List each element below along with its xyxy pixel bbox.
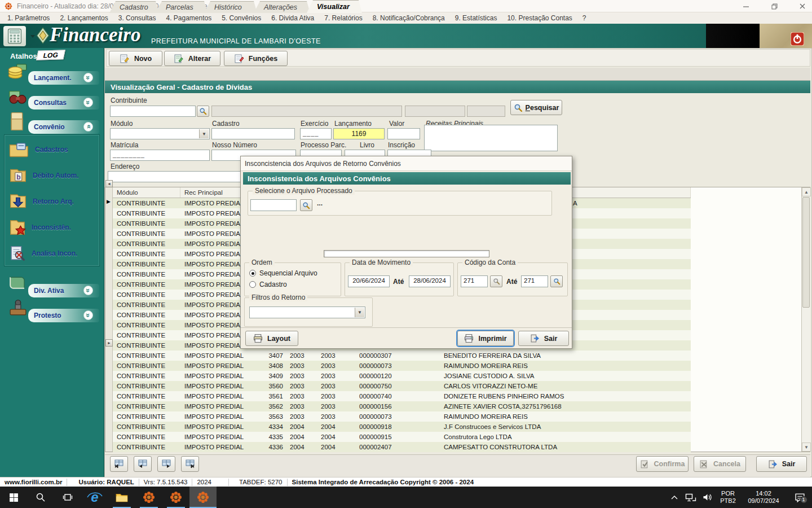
return-filter-select[interactable]: ▼ (249, 306, 365, 318)
file-explorer-icon[interactable] (108, 487, 135, 508)
account-from-search-icon[interactable] (490, 275, 502, 287)
start-button[interactable] (0, 487, 27, 508)
new-button[interactable]: Novo (109, 51, 162, 66)
sidebar-item-retorno-arq[interactable]: Retorno Arq. (9, 190, 95, 213)
task-view-icon[interactable] (54, 487, 81, 508)
search-button[interactable]: Pesquisar (510, 100, 562, 115)
tab-historico[interactable]: Histórico (204, 1, 257, 13)
cancel-button[interactable]: Cancela (694, 456, 746, 472)
previous-record-button[interactable] (134, 456, 152, 472)
account-from-input[interactable]: 271 (461, 275, 488, 287)
table-row[interactable]: CONTRIBUINTEIMPOSTO PREDIAL4334200420040… (113, 422, 691, 432)
app-icon-fiorilli-2[interactable] (162, 487, 189, 508)
tab-alteracoes[interactable]: Alterações (254, 1, 310, 13)
scroll-down-icon[interactable]: ▼ (802, 443, 811, 452)
chevron-double-up-icon[interactable]: » (83, 122, 93, 132)
scroll-up-icon[interactable]: ▲ (802, 187, 811, 196)
table-row[interactable]: CONTRIBUINTEIMPOSTO PREDIAL3560200320030… (113, 381, 691, 391)
restore-button[interactable] (765, 1, 784, 12)
menu-item[interactable]: ? (577, 14, 592, 22)
table-row[interactable]: CONTRIBUINTEIMPOSTO PREDIAL4335200420040… (113, 432, 691, 442)
chevron-double-down-icon[interactable]: » (83, 310, 93, 320)
menu-item[interactable]: 3. Consultas (113, 14, 161, 22)
exercise-input[interactable]: ____ (300, 128, 332, 139)
power-button[interactable] (791, 32, 804, 46)
radio-sequencial-arquivo[interactable]: Sequencial Arquivo (249, 269, 317, 277)
date-from-input[interactable]: 20/66/2024 (348, 275, 390, 287)
date-to-input[interactable]: 28/06/2024 (409, 275, 451, 287)
action-center-icon[interactable]: 1 (787, 487, 812, 508)
value-input[interactable] (387, 128, 420, 139)
app-icon-fiorilli-active[interactable] (189, 487, 217, 508)
column-header[interactable]: Módulo (113, 187, 180, 198)
table-row[interactable]: CONTRIBUINTEIMPOSTO PREDIAL4336200420040… (113, 442, 691, 452)
chevron-double-down-icon[interactable]: » (83, 98, 93, 107)
tab-visualizar[interactable]: Visualizar (307, 0, 362, 13)
sidebar-item-inconsistencias[interactable]: Inconsistên. (9, 216, 95, 239)
table-row[interactable]: CONTRIBUINTEIMPOSTO PREDIAL3409200320030… (113, 371, 691, 381)
processed-file-input[interactable] (250, 199, 297, 211)
dropdown-arrow-icon[interactable]: ▼ (199, 129, 209, 138)
chevron-double-down-icon[interactable]: » (83, 286, 93, 295)
page-left-icon[interactable]: ◄ (105, 180, 113, 187)
chevron-double-down-icon[interactable]: » (83, 73, 93, 82)
network-icon[interactable] (682, 487, 699, 508)
language-indicator[interactable]: POR PTB2 (716, 487, 740, 508)
module-select[interactable]: ▼ (110, 128, 210, 139)
sidebar-item-cadastros[interactable]: Cadastros (9, 138, 95, 161)
confirm-button[interactable]: Confirma (636, 456, 689, 472)
last-record-button[interactable] (181, 456, 199, 472)
tray-chevron-icon[interactable] (667, 487, 682, 508)
tab-cadastro[interactable]: Cadastro (109, 1, 159, 13)
dialog-exit-button[interactable]: Sair (518, 331, 569, 346)
menu-item[interactable]: 6. Divida Ativa (266, 14, 319, 22)
contributor-code-input[interactable] (110, 106, 196, 117)
taskbar-search-icon[interactable] (27, 487, 54, 508)
dropdown-arrow-icon[interactable]: ▼ (355, 308, 364, 317)
tab-parcelas[interactable]: Parcelas (156, 1, 208, 13)
print-button[interactable]: Imprimir (457, 331, 514, 346)
launch-input[interactable]: 1169 (333, 128, 385, 139)
next-record-button[interactable] (157, 456, 175, 472)
contributor-search-icon[interactable] (197, 106, 209, 117)
exit-button[interactable]: Sair (756, 456, 807, 472)
radio-cadastro[interactable]: Cadastro (249, 281, 287, 288)
menu-item[interactable]: 5. Convênios (217, 14, 266, 22)
file-search-icon[interactable] (300, 199, 312, 211)
dialog-titlebar[interactable]: Insconcistencia dos Arquivos de Retorno … (241, 156, 572, 171)
menu-item[interactable]: 4. Pagamentos (161, 14, 217, 22)
account-to-input[interactable]: 271 (521, 275, 548, 287)
menu-item[interactable]: 8. Notificação/Cobrança (368, 14, 450, 22)
minimize-button[interactable] (736, 1, 756, 12)
menu-item[interactable]: 7. Relatórios (319, 14, 367, 22)
menu-item[interactable]: 1. Parâmetros (2, 14, 55, 22)
sidebar-item-analisa-incon[interactable]: Analisa Incon. (9, 242, 95, 265)
header-menu-arrow-icon[interactable] (30, 35, 35, 38)
grid-left-scrollbar[interactable] (105, 187, 113, 452)
close-button[interactable] (793, 1, 812, 12)
log-tab[interactable]: LOG (36, 50, 65, 60)
table-row[interactable]: CONTRIBUINTEIMPOSTO PREDIAL3562200320030… (113, 401, 691, 411)
menu-item[interactable]: 2. Lançamentos (55, 14, 113, 22)
table-row[interactable]: CONTRIBUINTEIMPOSTO PREDIAL3563200320030… (113, 411, 691, 422)
internet-explorer-icon[interactable]: e (81, 487, 108, 508)
first-record-button[interactable] (110, 456, 128, 472)
clock[interactable]: 14:02 09/07/2024 (740, 487, 787, 508)
page-right-icon[interactable]: ► (105, 339, 113, 347)
menu-item[interactable]: 9. Estatísticas (450, 14, 502, 22)
account-to-search-icon[interactable] (550, 275, 563, 287)
calculator-icon[interactable] (3, 26, 26, 46)
table-row[interactable]: CONTRIBUINTEIMPOSTO PREDIAL3408200320030… (113, 361, 691, 371)
registration-input[interactable]: ________ (110, 150, 210, 161)
status-site[interactable]: www.fiorilli.com.br (0, 479, 67, 485)
edit-button[interactable]: Alterar (164, 51, 220, 66)
scrollbar-thumb[interactable] (802, 197, 810, 308)
registry-input[interactable] (211, 128, 295, 139)
vertical-scrollbar[interactable]: ▲ ▼ (801, 187, 810, 452)
functions-button[interactable]: Funções (224, 51, 288, 66)
menu-item[interactable]: 10. Prestação Contas (502, 14, 577, 22)
table-row[interactable]: CONTRIBUINTEIMPOSTO PREDIAL3407200320030… (113, 351, 691, 361)
table-row[interactable]: CONTRIBUINTEIMPOSTO PREDIAL3561200320030… (113, 391, 691, 401)
app-icon-fiorilli-1[interactable] (135, 487, 162, 508)
layout-button[interactable]: Layout (245, 331, 298, 346)
